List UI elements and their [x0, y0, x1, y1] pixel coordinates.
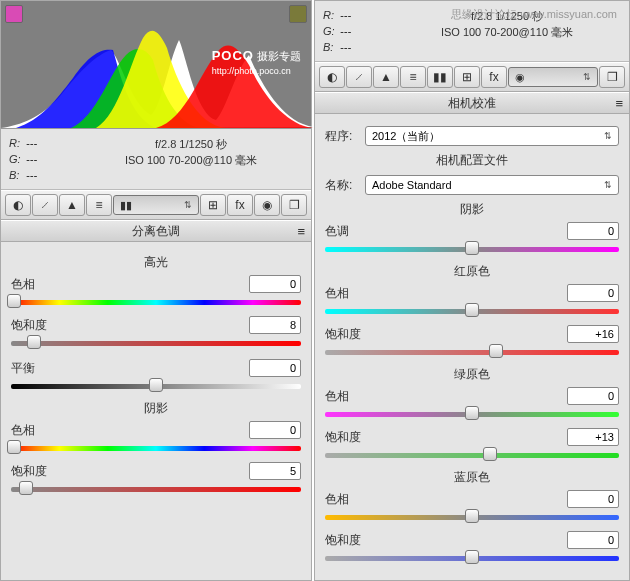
panel-tabs-left: ◐ ⟋ ▲ ≡ ▮▮ ⊞ fx ◉ ❐ — [1, 190, 311, 220]
rgb-readout: R: --- G: --- B: --- — [9, 135, 79, 183]
balance-value[interactable]: 0 — [249, 359, 301, 377]
red-hue-slider[interactable] — [325, 305, 619, 317]
tab-camera[interactable]: ◉ — [508, 67, 598, 87]
grn-hue-slider[interactable] — [325, 408, 619, 420]
grn-sat-slider[interactable] — [325, 449, 619, 461]
histogram: POCO 摄影专题 http://photo.poco.cn — [1, 1, 311, 129]
tint-value[interactable]: 0 — [567, 222, 619, 240]
tab-basic[interactable]: ◐ — [319, 66, 345, 88]
tab-presets[interactable]: ❐ — [599, 66, 625, 88]
red-sat-slider[interactable] — [325, 346, 619, 358]
hi-hue-value[interactable]: 0 — [249, 275, 301, 293]
tint-slider[interactable] — [325, 243, 619, 255]
section-header-cal: 相机校准 ≡ — [315, 92, 629, 114]
process-select[interactable]: 2012（当前） — [365, 126, 619, 146]
blu-sat-slider[interactable] — [325, 552, 619, 564]
watermark: POCO 摄影专题 http://photo.poco.cn — [212, 49, 301, 78]
sh-hue-slider[interactable] — [11, 442, 301, 454]
red-header: 红原色 — [325, 263, 619, 280]
shadows-label: 阴影 — [11, 400, 301, 417]
page-watermark: 思缘设计论坛 www.missyuan.com — [451, 7, 617, 22]
tab-fx[interactable]: fx — [227, 194, 253, 216]
tab-lens[interactable]: ⊞ — [200, 194, 226, 216]
tab-basic[interactable]: ◐ — [5, 194, 31, 216]
sh-hue-value[interactable]: 0 — [249, 421, 301, 439]
panel-menu-icon[interactable]: ≡ — [615, 96, 623, 111]
grn-hue-value[interactable]: 0 — [567, 387, 619, 405]
tab-hsl[interactable]: ≡ — [86, 194, 112, 216]
red-sat-value[interactable]: +16 — [567, 325, 619, 343]
panel-menu-icon[interactable]: ≡ — [297, 224, 305, 239]
blu-sat-value[interactable]: 0 — [567, 531, 619, 549]
balance-slider[interactable] — [11, 380, 301, 392]
tab-fx[interactable]: fx — [481, 66, 507, 88]
grn-sat-value[interactable]: +13 — [567, 428, 619, 446]
highlights-label: 高光 — [11, 254, 301, 271]
tab-lens[interactable]: ⊞ — [454, 66, 480, 88]
profile-header: 相机配置文件 — [325, 152, 619, 169]
name-label: 名称: — [325, 177, 365, 194]
hue-label: 色相 — [11, 276, 59, 293]
panel-tabs-right: ◐ ⟋ ▲ ≡ ▮▮ ⊞ fx ◉ ❐ — [315, 62, 629, 92]
red-hue-value[interactable]: 0 — [567, 284, 619, 302]
sh-sat-slider[interactable] — [11, 483, 301, 495]
exif-info: R: --- G: --- B: --- f/2.8 1/1250 秒 ISO … — [1, 129, 311, 190]
tab-hsl[interactable]: ≡ — [400, 66, 426, 88]
hi-hue-slider[interactable] — [11, 296, 301, 308]
hi-sat-value[interactable]: 8 — [249, 316, 301, 334]
shadow-header: 阴影 — [325, 201, 619, 218]
tab-curve[interactable]: ⟋ — [32, 194, 58, 216]
tab-detail[interactable]: ▲ — [373, 66, 399, 88]
tab-camera[interactable]: ◉ — [254, 194, 280, 216]
blu-hue-value[interactable]: 0 — [567, 490, 619, 508]
hi-sat-slider[interactable] — [11, 337, 301, 349]
green-header: 绿原色 — [325, 366, 619, 383]
sat-label: 饱和度 — [11, 317, 59, 334]
tab-split-toning[interactable]: ▮▮ — [427, 66, 453, 88]
tab-presets[interactable]: ❐ — [281, 194, 307, 216]
blue-header: 蓝原色 — [325, 469, 619, 486]
process-label: 程序: — [325, 128, 365, 145]
balance-label: 平衡 — [11, 360, 59, 377]
tab-curve[interactable]: ⟋ — [346, 66, 372, 88]
tab-detail[interactable]: ▲ — [59, 194, 85, 216]
section-header-split: 分离色调 ≡ — [1, 220, 311, 242]
profile-select[interactable]: Adobe Standard — [365, 175, 619, 195]
blu-hue-slider[interactable] — [325, 511, 619, 523]
sh-sat-value[interactable]: 5 — [249, 462, 301, 480]
tab-split-toning[interactable]: ▮▮ — [113, 195, 199, 215]
